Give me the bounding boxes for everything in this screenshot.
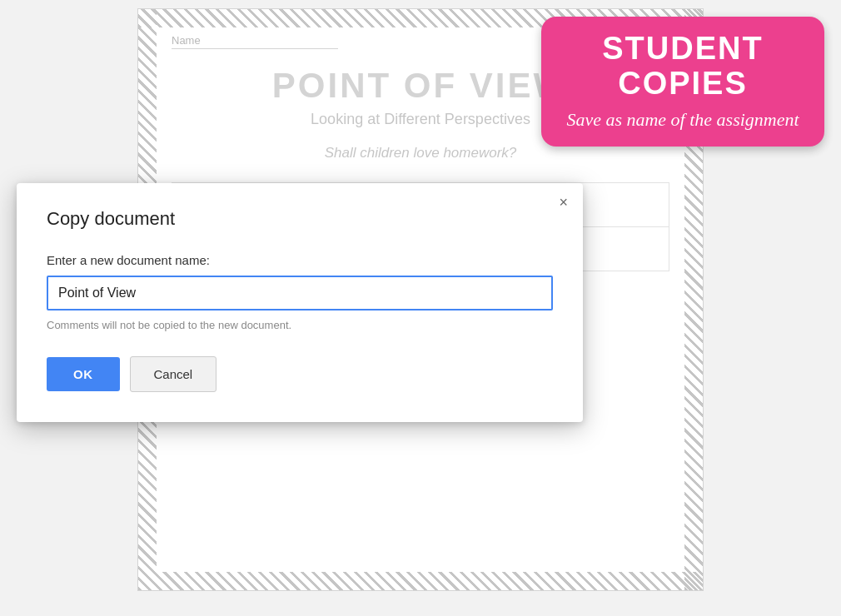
copy-document-dialog: × Copy document Enter a new document nam… — [17, 183, 583, 422]
document-name-label: Enter a new document name: — [47, 253, 553, 267]
dialog-title: Copy document — [47, 208, 553, 230]
document-name-input[interactable] — [47, 276, 553, 310]
dialog-buttons: OK Cancel — [47, 356, 553, 392]
ok-button[interactable]: OK — [47, 357, 120, 391]
cancel-button[interactable]: Cancel — [130, 356, 217, 392]
close-button[interactable]: × — [559, 195, 568, 210]
dialog-hint: Comments will not be copied to the new d… — [47, 319, 553, 331]
